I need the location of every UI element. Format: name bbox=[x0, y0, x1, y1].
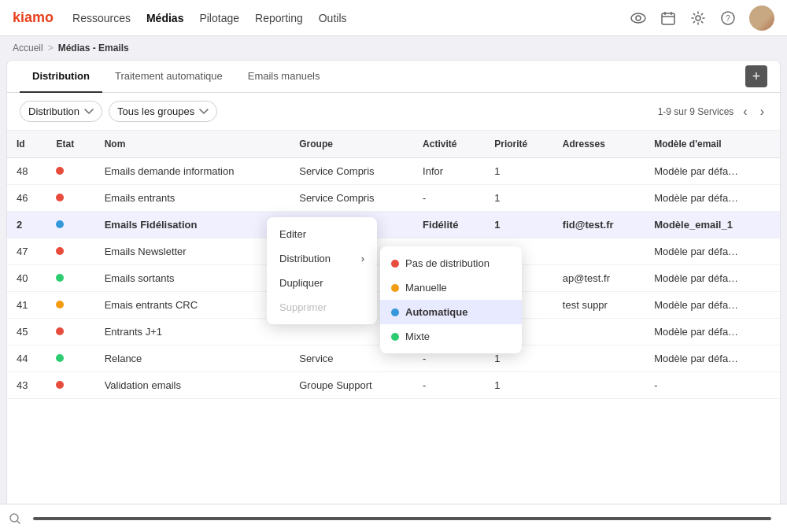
col-etat: Etat bbox=[46, 131, 94, 158]
cell-priorite: 1 bbox=[485, 212, 553, 238]
tab-bar: Distribution Traitement automatique Emai… bbox=[7, 61, 780, 93]
cell-nom: Emails Newsletter bbox=[95, 238, 290, 265]
cell-activite: Fidélité bbox=[413, 212, 485, 238]
pas-distribution-dot bbox=[391, 260, 399, 268]
table-row[interactable]: 46Emails entrantsService Compris-1Modèle… bbox=[7, 185, 780, 212]
cell-id: 2 bbox=[7, 212, 46, 238]
main-card: Distribution Traitement automatique Emai… bbox=[6, 60, 781, 521]
nav-reporting[interactable]: Reporting bbox=[255, 9, 303, 28]
breadcrumb-current: Médias - Emails bbox=[58, 42, 129, 54]
pagination-info: 1-9 sur 9 Services ‹ › bbox=[658, 103, 767, 120]
table-header-row: Id Etat Nom Groupe Activité Priorité Adr… bbox=[7, 131, 780, 158]
top-navigation: kiamo Ressources Médias Pilotage Reporti… bbox=[0, 0, 787, 36]
svg-point-6 bbox=[696, 16, 700, 20]
group-filter-label: Tous les groupes bbox=[117, 105, 194, 117]
submenu-mixte[interactable]: Mixte bbox=[380, 324, 522, 349]
cell-id: 40 bbox=[7, 265, 46, 292]
svg-text:?: ? bbox=[726, 14, 730, 23]
question-icon[interactable]: ? bbox=[719, 9, 737, 27]
app-logo[interactable]: kiamo bbox=[13, 9, 54, 26]
cell-etat bbox=[46, 212, 94, 238]
nav-ressources[interactable]: Ressources bbox=[72, 9, 131, 28]
bottom-search-bar bbox=[6, 504, 781, 521]
tab-distribution[interactable]: Distribution bbox=[20, 61, 102, 93]
chevron-down-icon bbox=[199, 109, 209, 115]
breadcrumb-separator: > bbox=[48, 42, 54, 54]
search-icon bbox=[9, 513, 20, 522]
cell-modele: Modèle_email_1 bbox=[645, 212, 780, 238]
svg-line-10 bbox=[17, 521, 20, 522]
breadcrumb-home[interactable]: Accueil bbox=[13, 42, 43, 54]
breadcrumb: Accueil > Médias - Emails bbox=[0, 36, 787, 60]
cell-modele: Modèle par défa… bbox=[645, 319, 780, 345]
svg-point-0 bbox=[631, 13, 645, 23]
cell-modele: - bbox=[645, 372, 780, 399]
manuelle-dot bbox=[391, 284, 399, 292]
cell-id: 48 bbox=[7, 158, 46, 185]
cell-id: 45 bbox=[7, 319, 46, 345]
cell-nom: Relance bbox=[95, 345, 290, 372]
cell-groupe: Service Compris bbox=[290, 158, 413, 185]
cell-nom: Emails demande information bbox=[95, 158, 290, 185]
cell-id: 46 bbox=[7, 185, 46, 212]
cell-etat bbox=[46, 265, 94, 292]
eye-icon[interactable] bbox=[630, 9, 647, 27]
cell-priorite: 1 bbox=[485, 185, 553, 212]
table-row[interactable]: 43Validation emailsGroupe Support-1- bbox=[7, 372, 780, 399]
tab-traitement[interactable]: Traitement automatique bbox=[102, 61, 235, 93]
cell-activite: - bbox=[413, 372, 485, 399]
cell-etat bbox=[46, 158, 94, 185]
context-menu-distribution[interactable]: Distribution › Pas de distribution Manue… bbox=[267, 246, 377, 271]
nav-outils[interactable]: Outils bbox=[319, 9, 347, 28]
cell-modele: Modèle par défa… bbox=[645, 292, 780, 319]
avatar[interactable] bbox=[749, 6, 774, 31]
distribution-filter[interactable]: Distribution bbox=[20, 101, 102, 122]
submenu-automatique[interactable]: Automatique bbox=[380, 300, 522, 324]
cell-modele: Modèle par défa… bbox=[645, 345, 780, 372]
pagination-prev[interactable]: ‹ bbox=[740, 103, 750, 120]
cell-activite: Infor bbox=[413, 158, 485, 185]
col-adresses: Adresses bbox=[553, 131, 645, 158]
scroll-track[interactable] bbox=[33, 517, 771, 520]
table-row[interactable]: 2Emails FidélisationGroupe AccueilFidéli… bbox=[7, 212, 780, 238]
context-menu-editer[interactable]: Editer bbox=[267, 222, 377, 246]
add-button[interactable]: + bbox=[745, 65, 767, 87]
cell-adresses bbox=[553, 372, 645, 399]
pagination-next[interactable]: › bbox=[757, 103, 767, 120]
cell-priorite: 1 bbox=[485, 158, 553, 185]
cell-adresses bbox=[553, 345, 645, 372]
distribution-filter-label: Distribution bbox=[28, 105, 79, 117]
nav-links: Ressources Médias Pilotage Reporting Out… bbox=[72, 9, 630, 28]
svg-rect-2 bbox=[662, 13, 674, 24]
submenu-manuelle[interactable]: Manuelle bbox=[380, 275, 522, 300]
cell-etat bbox=[46, 372, 94, 399]
tab-emails-manuels[interactable]: Emails manuels bbox=[235, 61, 333, 93]
cell-id: 43 bbox=[7, 372, 46, 399]
table-container: Id Etat Nom Groupe Activité Priorité Adr… bbox=[7, 131, 780, 520]
gear-icon[interactable] bbox=[689, 9, 707, 27]
group-filter[interactable]: Tous les groupes bbox=[109, 101, 217, 122]
cell-adresses bbox=[553, 185, 645, 212]
cell-priorite: 1 bbox=[485, 372, 553, 399]
context-menu-dupliquer[interactable]: Dupliquer bbox=[267, 271, 377, 295]
nav-pilotage[interactable]: Pilotage bbox=[199, 9, 239, 28]
cell-id: 41 bbox=[7, 292, 46, 319]
cell-etat bbox=[46, 345, 94, 372]
cell-modele: Modèle par défa… bbox=[645, 238, 780, 265]
table-row[interactable]: 48Emails demande informationService Comp… bbox=[7, 158, 780, 185]
col-priorite: Priorité bbox=[485, 131, 553, 158]
chevron-down-icon bbox=[84, 109, 94, 115]
cell-nom: Emails entrants bbox=[95, 185, 290, 212]
calendar-icon[interactable] bbox=[660, 9, 677, 27]
distribution-submenu: Pas de distribution Manuelle Automatique… bbox=[380, 246, 522, 353]
cell-etat bbox=[46, 185, 94, 212]
nav-medias[interactable]: Médias bbox=[146, 9, 183, 28]
col-nom: Nom bbox=[95, 131, 290, 158]
col-modele: Modèle d'email bbox=[645, 131, 780, 158]
topnav-icon-group: ? bbox=[630, 6, 774, 31]
cell-modele: Modèle par défa… bbox=[645, 185, 780, 212]
cell-nom: Emais entrants CRC bbox=[95, 292, 290, 319]
submenu-pas-distribution[interactable]: Pas de distribution bbox=[380, 251, 522, 275]
cell-adresses: fid@test.fr bbox=[553, 212, 645, 238]
cell-etat bbox=[46, 292, 94, 319]
